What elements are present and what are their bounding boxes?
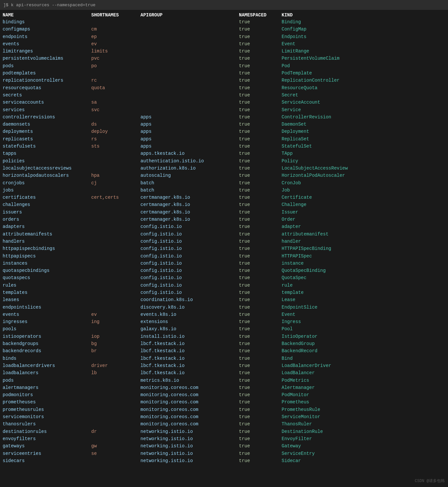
cell-kind: StatefulSet <box>282 143 445 150</box>
cell-kind: instance <box>282 260 445 267</box>
table-container: NAME SHORTNAMES APIGROUP NAMESPACED KIND… <box>0 11 448 465</box>
cell-name: ingresses <box>3 318 91 325</box>
cell-apigroup: discovery.k8s.io <box>140 304 239 311</box>
table-row: handlersconfig.istio.iotruehandler <box>3 238 445 245</box>
cell-namespaced: true <box>239 26 282 32</box>
cell-name: attributemanifests <box>3 231 91 237</box>
cell-shortname: deploy <box>91 128 140 135</box>
cell-kind: QuotaSpecBinding <box>282 267 445 274</box>
cell-kind: PodMetrics <box>282 377 445 384</box>
cell-name: adapters <box>3 223 91 230</box>
cell-shortname: ep <box>91 33 140 40</box>
cell-name: backendrecords <box>3 348 91 354</box>
cell-apigroup: apps <box>140 136 239 142</box>
cell-kind: Pod <box>282 63 445 69</box>
cell-apigroup <box>140 99 239 106</box>
cell-apigroup: authentication.istio.io <box>140 158 239 164</box>
cell-namespaced: true <box>239 260 282 267</box>
cell-shortname <box>91 289 140 296</box>
table-row: localsubjectaccessreviewsauthorization.k… <box>3 165 445 172</box>
cell-shortname <box>91 274 140 281</box>
table-row: loadbalancerdriversdriverlbcf.tkestack.i… <box>3 362 445 369</box>
cell-apigroup: config.istio.io <box>140 282 239 289</box>
table-row: podspotruePod <box>3 62 445 70</box>
cell-apigroup: certmanager.k8s.io <box>140 216 239 223</box>
cell-apigroup <box>140 85 239 91</box>
table-row: backendgroupsbglbcf.tkestack.iotrueBacke… <box>3 340 445 347</box>
cell-apigroup: install.istio.io <box>140 333 239 340</box>
cell-namespaced: true <box>239 450 282 457</box>
cell-name: templates <box>3 289 91 296</box>
cell-apigroup: config.istio.io <box>140 231 239 237</box>
cell-namespaced: true <box>239 180 282 186</box>
cell-name: serviceaccounts <box>3 99 91 106</box>
cell-shortname: br <box>91 348 140 354</box>
table-header: NAME SHORTNAMES APIGROUP NAMESPACED KIND <box>3 12 445 18</box>
cell-name: prometheusrules <box>3 406 91 413</box>
cell-namespaced: true <box>239 55 282 62</box>
cell-shortname <box>91 245 140 252</box>
cell-namespaced: true <box>239 326 282 332</box>
cell-apigroup: config.istio.io <box>140 289 239 296</box>
cell-apigroup: lbcf.tkestack.io <box>140 362 239 369</box>
cell-namespaced: true <box>239 209 282 215</box>
cell-name: httpapispecbindings <box>3 245 91 252</box>
table-row: httpapispecbindingsconfig.istio.iotrueHT… <box>3 245 445 252</box>
cell-name: resourcequotas <box>3 85 91 91</box>
col-header-kind: KIND <box>282 12 445 18</box>
cell-namespaced: true <box>239 355 282 362</box>
cell-namespaced: true <box>239 194 282 201</box>
cell-apigroup: apps <box>140 143 239 150</box>
table-row: thanosrulersmonitoring.coreos.comtrueTha… <box>3 420 445 428</box>
cell-namespaced: true <box>239 318 282 325</box>
cell-shortname <box>91 19 140 25</box>
cell-apigroup: monitoring.coreos.com <box>140 421 239 427</box>
table-row: statefulsetsstsappstrueStatefulSet <box>3 143 445 150</box>
table-row: bindingstrueBinding <box>3 18 445 26</box>
cell-name: quotaspecs <box>3 274 91 281</box>
table-row: challengescertmanager.k8s.iotrueChalleng… <box>3 201 445 208</box>
col-header-name: NAME <box>3 12 91 18</box>
table-row: serviceentriessenetworking.istio.iotrueS… <box>3 450 445 457</box>
cell-namespaced: true <box>239 172 282 179</box>
cell-namespaced: true <box>239 114 282 120</box>
cell-namespaced: true <box>239 436 282 442</box>
cell-apigroup: authorization.k8s.io <box>140 165 239 172</box>
cell-shortname: hpa <box>91 172 140 179</box>
cell-shortname: limits <box>91 48 140 54</box>
cell-shortname <box>91 238 140 245</box>
cell-name: podmonitors <box>3 392 91 398</box>
cell-namespaced: true <box>239 48 282 54</box>
cell-apigroup: apps <box>140 121 239 128</box>
cell-kind: Event <box>282 311 445 318</box>
cell-name: controllerrevisions <box>3 114 91 120</box>
cell-apigroup <box>140 70 239 76</box>
table-row: cronjobscjbatchtrueCronJob <box>3 179 445 187</box>
cell-name: persistentvolumeclaims <box>3 55 91 62</box>
cell-shortname <box>91 92 140 98</box>
table-row: servicemonitorsmonitoring.coreos.comtrue… <box>3 413 445 420</box>
cell-shortname <box>91 231 140 237</box>
table-row: policiesauthentication.istio.iotruePolic… <box>3 157 445 165</box>
cell-name: envoyfilters <box>3 436 91 442</box>
table-row: resourcequotasquotatrueResourceQuota <box>3 84 445 91</box>
cell-shortname: ds <box>91 121 140 128</box>
cell-apigroup: certmanager.k8s.io <box>140 209 239 215</box>
cell-namespaced: true <box>239 406 282 413</box>
cell-namespaced: true <box>239 267 282 274</box>
cell-shortname: lb <box>91 370 140 376</box>
cell-name: prometheuses <box>3 399 91 405</box>
cell-kind: BackendRecord <box>282 348 445 354</box>
table-row: jobsbatchtrueJob <box>3 187 445 194</box>
cell-shortname <box>91 296 140 303</box>
terminal: ]$ k api-resources --namespaced=true NAM… <box>0 0 448 465</box>
cell-apigroup: networking.istio.io <box>140 450 239 457</box>
cell-shortname <box>91 223 140 230</box>
table-row: orderscertmanager.k8s.iotrueOrder <box>3 216 445 223</box>
cell-shortname: ing <box>91 318 140 325</box>
cell-shortname: gw <box>91 443 140 449</box>
table-row: gatewaysgwnetworking.istio.iotrueGateway <box>3 442 445 450</box>
cell-shortname <box>91 355 140 362</box>
table-row: replicationcontrollersrctrueReplicationC… <box>3 77 445 84</box>
table-row: persistentvolumeclaimspvctruePersistentV… <box>3 55 445 62</box>
